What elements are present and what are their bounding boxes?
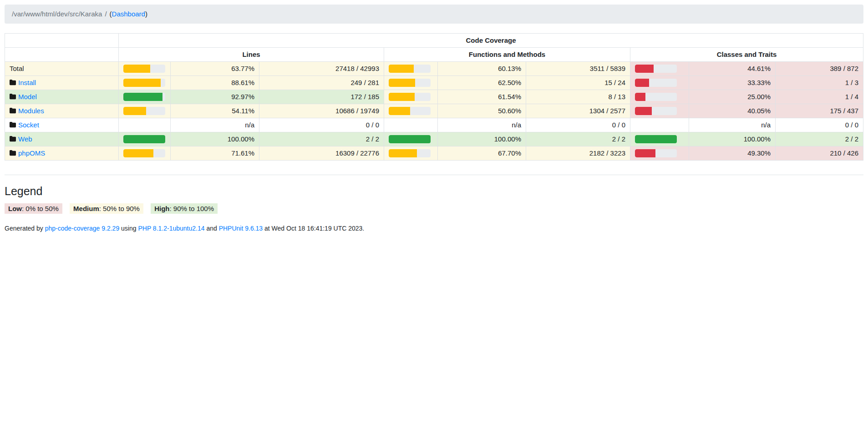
breadcrumb: /var/www/html/dev/src/Karaka/(Dashboard) — [5, 5, 863, 24]
item-name-cell: Install — [5, 76, 119, 90]
progress-bar — [635, 149, 655, 157]
lines-number-cell: 2 / 2 — [259, 132, 384, 146]
legend-item-low: Low: 0% to 50% — [5, 203, 62, 214]
progress-bar — [123, 79, 161, 87]
progress-bar — [389, 107, 410, 115]
classes-percent-cell: 25.00% — [689, 90, 776, 104]
progress-track — [635, 93, 677, 101]
lines-number-cell: 249 / 281 — [259, 76, 384, 90]
phpunit-link[interactable]: PHPUnit 9.6.13 — [219, 225, 263, 232]
table-row-phpoms: phpOMS 71.61% 16309 / 22776 67.70% 2182 … — [5, 146, 863, 161]
table-row-modules: Modules 54.11% 10686 / 19749 50.60% 1304… — [5, 104, 863, 118]
item-name-cell: Web — [5, 132, 119, 146]
progress-track — [635, 79, 677, 87]
functions-bar-cell — [384, 146, 438, 161]
lines-percent-cell: 88.61% — [171, 76, 259, 90]
dashboard-link[interactable]: Dashboard — [112, 10, 145, 18]
lines-bar-cell — [119, 146, 171, 161]
progress-bar — [123, 149, 153, 157]
table-row-model: Model 92.97% 172 / 185 61.54% 8 / 13 25.… — [5, 90, 863, 104]
functions-bar-cell — [384, 118, 438, 132]
table-row-total: Total 63.77% 27418 / 42993 60.13% 3511 /… — [5, 62, 863, 76]
legend: Low: 0% to 50% Medium: 50% to 90% High: … — [5, 203, 863, 214]
legend-item-label: Medium — [73, 205, 99, 212]
legend-item-medium: Medium: 50% to 90% — [70, 203, 143, 214]
classes-bar-cell — [630, 76, 689, 90]
item-name-label: Total — [10, 65, 24, 72]
table-row-install: Install 88.61% 249 / 281 62.50% 15 / 24 … — [5, 76, 863, 90]
lines-bar-cell — [119, 118, 171, 132]
folder-icon — [10, 136, 16, 142]
php-code-coverage-link[interactable]: php-code-coverage 9.2.29 — [45, 225, 119, 232]
directory-link[interactable]: Model — [18, 93, 37, 101]
table-title-row: Code Coverage — [5, 34, 863, 48]
footer-text: and — [205, 225, 219, 232]
divider — [5, 175, 863, 175]
functions-percent-cell: 67.70% — [438, 146, 526, 161]
lines-bar-cell — [119, 62, 171, 76]
item-name-cell: Modules — [5, 104, 119, 118]
classes-bar-cell — [630, 118, 689, 132]
classes-number-cell: 1 / 4 — [776, 90, 863, 104]
classes-number-cell: 175 / 437 — [776, 104, 863, 118]
lines-header: Lines — [119, 48, 384, 62]
progress-bar — [635, 79, 649, 87]
legend-item-label: High — [154, 205, 169, 212]
functions-bar-cell — [384, 62, 438, 76]
classes-percent-cell: 44.61% — [689, 62, 776, 76]
functions-bar-cell — [384, 90, 438, 104]
folder-icon — [10, 79, 16, 86]
coverage-table: Code Coverage Lines Functions and Method… — [5, 33, 863, 161]
lines-bar-cell — [119, 104, 171, 118]
lines-number-cell: 27418 / 42993 — [259, 62, 384, 76]
folder-icon — [10, 121, 16, 128]
progress-track — [123, 79, 165, 87]
footer-text: at Wed Oct 18 16:41:19 UTC 2023. — [263, 225, 364, 232]
functions-number-cell: 0 / 0 — [526, 118, 630, 132]
progress-bar — [635, 65, 654, 73]
legend-item-label: Low — [8, 205, 22, 212]
lines-number-cell: 0 / 0 — [259, 118, 384, 132]
progress-bar — [389, 135, 431, 143]
directory-link[interactable]: Modules — [18, 107, 44, 115]
functions-number-cell: 2182 / 3223 — [526, 146, 630, 161]
progress-track — [389, 79, 431, 87]
progress-track — [389, 107, 431, 115]
directory-link[interactable]: Install — [18, 79, 36, 86]
classes-bar-cell — [630, 104, 689, 118]
functions-number-cell: 8 / 13 — [526, 90, 630, 104]
lines-bar-cell — [119, 132, 171, 146]
legend-item-high: High: 90% to 100% — [151, 203, 218, 214]
functions-bar-cell — [384, 76, 438, 90]
lines-percent-cell: 63.77% — [171, 62, 259, 76]
directory-link[interactable]: Web — [18, 135, 32, 143]
progress-track — [389, 93, 431, 101]
functions-number-cell: 2 / 2 — [526, 132, 630, 146]
lines-percent-cell: 100.00% — [171, 132, 259, 146]
directory-link[interactable]: Socket — [18, 121, 39, 129]
php-version-link[interactable]: PHP 8.1.2-1ubuntu2.14 — [138, 225, 204, 232]
progress-track — [635, 135, 677, 143]
progress-track — [635, 149, 677, 157]
item-name-cell: phpOMS — [5, 146, 119, 161]
classes-number-cell: 389 / 872 — [776, 62, 863, 76]
progress-bar — [635, 135, 677, 143]
functions-bar-cell — [384, 104, 438, 118]
functions-percent-cell: 100.00% — [438, 132, 526, 146]
classes-percent-cell: 33.33% — [689, 76, 776, 90]
table-row-web: Web 100.00% 2 / 2 100.00% 2 / 2 100.00% … — [5, 132, 863, 146]
progress-track — [123, 65, 165, 73]
folder-icon — [10, 107, 16, 114]
progress-bar — [123, 93, 162, 101]
progress-bar — [123, 65, 150, 73]
breadcrumb-path: /var/www/html/dev/src/Karaka — [12, 10, 102, 18]
progress-track — [389, 149, 431, 157]
table-title: Code Coverage — [119, 34, 863, 48]
item-name-cell: Socket — [5, 118, 119, 132]
progress-bar — [635, 107, 652, 115]
progress-track — [635, 107, 677, 115]
functions-number-cell: 1304 / 2577 — [526, 104, 630, 118]
directory-link[interactable]: phpOMS — [18, 149, 45, 157]
classes-percent-cell: 40.05% — [689, 104, 776, 118]
classes-number-cell: 210 / 426 — [776, 146, 863, 161]
